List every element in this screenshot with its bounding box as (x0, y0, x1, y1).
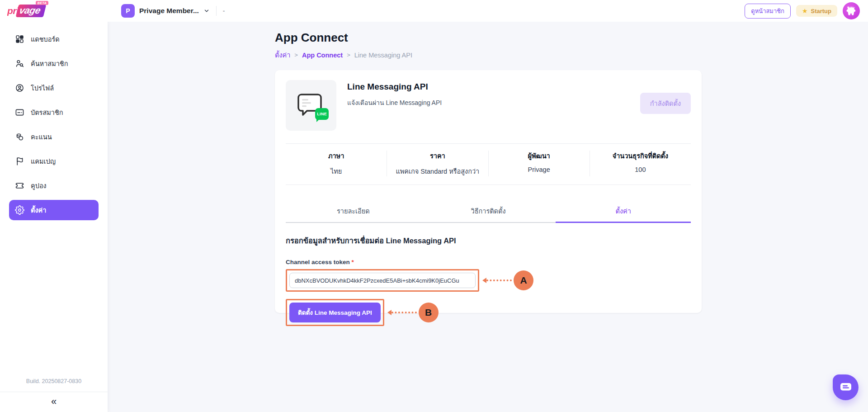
member-search-icon (15, 59, 24, 68)
workspace-selector[interactable]: P Privage Member... (121, 4, 210, 18)
app-tabs: รายละเอียด วิธีการติดตั้ง ตั้งค่า (286, 206, 691, 223)
annotation-marker-b: B (419, 303, 439, 322)
sidebar-item-label: โปรไฟล์ (31, 83, 54, 93)
sidebar-item-label: บัตรสมาชิก (31, 107, 63, 118)
chat-widget-button[interactable] (833, 374, 859, 400)
moose-icon (844, 4, 858, 18)
breadcrumb-separator: > (294, 52, 298, 58)
member-card-icon (15, 108, 24, 117)
meta-label: ผู้พัฒนา (489, 151, 590, 161)
sidebar-item-label: แดชบอร์ด (31, 34, 60, 44)
app-card-header: LINE Line Messaging API แจ้งเตือนผ่าน Li… (286, 80, 691, 131)
profile-icon (15, 83, 24, 93)
points-icon (15, 132, 24, 142)
app-description: แจ้งเตือนผ่าน Line Messaging API (347, 98, 442, 108)
installing-status-button: กำลังติดตั้ง (640, 93, 691, 114)
tab-details[interactable]: รายละเอียด (286, 206, 421, 223)
chevron-down-icon (203, 8, 210, 14)
sidebar-collapse-button[interactable]: « (0, 392, 108, 412)
sidebar-item-profile[interactable]: โปรไฟล์ (9, 78, 99, 98)
meta-value: แพคเกจ Standard หรือสูงกว่า (387, 166, 488, 176)
token-label-text: Channel access token (286, 259, 350, 265)
sidebar-item-points[interactable]: คะแนน (9, 127, 99, 147)
arrow-head-icon (387, 310, 392, 315)
channel-access-token-input[interactable] (289, 273, 476, 288)
token-field-label: Channel access token * (286, 259, 691, 265)
workspace-name: Privage Member... (139, 7, 199, 15)
sidebar-item-label: คะแนน (31, 132, 52, 142)
sidebar-item-dashboard[interactable]: แดชบอร์ด (9, 29, 99, 49)
sidebar-item-label: ค้นหาสมาชิก (31, 58, 68, 69)
breadcrumb-settings[interactable]: ตั้งค่า (275, 50, 290, 60)
app-root: pri vage BETA P Privage Member... - ดูหน… (0, 0, 868, 412)
main-content: App Connect ตั้งค่า > App Connect > Line… (275, 22, 702, 313)
app-meta-row: ภาษา ไทย ราคา แพคเกจ Standard หรือสูงกว่… (286, 143, 691, 185)
page-title: App Connect (275, 31, 702, 45)
privage-logo: pri vage BETA (7, 5, 45, 17)
annotation-box-a (286, 269, 479, 292)
beta-badge: BETA (36, 1, 49, 5)
gear-icon (15, 205, 24, 215)
form-section-title: กรอกข้อมูลสำหรับการเชื่อมต่อ Line Messag… (286, 235, 691, 246)
sidebar-item-settings[interactable]: ตั้งค่า (9, 200, 99, 220)
star-icon: ★ (802, 7, 808, 14)
app-name: Line Messaging API (347, 82, 442, 92)
tab-settings[interactable]: ตั้งค่า (556, 206, 691, 223)
annotation-arrow-a (482, 278, 512, 283)
breadcrumb-current: Line Messaging API (354, 52, 412, 59)
sidebar-item-label: แคมเปญ (31, 156, 56, 166)
header-divider (216, 6, 217, 16)
sidebar-footer: Build. 20250827-0830 « (0, 374, 108, 412)
required-asterisk: * (352, 259, 354, 265)
view-member-page-button[interactable]: ดูหน้าสมาชิก (745, 4, 791, 19)
meta-developer: ผู้พัฒนา Privage (488, 151, 590, 176)
header-right: ดูหน้าสมาชิก ★ Startup (745, 2, 868, 19)
arrow-dotted-line (486, 279, 512, 281)
campaign-flag-icon (15, 156, 24, 166)
meta-label: ภาษา (286, 151, 387, 161)
build-version: Build. 20250827-0830 (0, 374, 108, 392)
meta-label: จำนวนธุรกิจที่ติดตั้ง (590, 151, 691, 161)
line-logo-badge: LINE (315, 108, 329, 120)
sidebar-item-campaign[interactable]: แคมเปญ (9, 151, 99, 171)
annotation-arrow-b (387, 310, 417, 315)
annotation-box-b: ติดตั้ง Line Messaging API (286, 299, 384, 326)
app-head-info: Line Messaging API แจ้งเตือนผ่าน Line Me… (347, 80, 442, 131)
arrow-dotted-line (392, 312, 417, 313)
plan-badge-label: Startup (811, 8, 832, 14)
breadcrumb-separator: > (347, 52, 350, 58)
app-detail-card: LINE Line Messaging API แจ้งเตือนผ่าน Li… (275, 70, 702, 313)
tab-how-to-install[interactable]: วิธีการติดตั้ง (421, 206, 556, 223)
token-input-row: A (286, 269, 691, 292)
meta-value: Privage (489, 166, 590, 173)
dashboard-icon (15, 34, 24, 44)
workspace-subtitle: - (223, 7, 225, 14)
sidebar-item-label: ตั้งค่า (31, 205, 46, 215)
sidebar: แดชบอร์ด ค้นหาสมาชิก โปรไฟล์ บัตรสมาชิก … (0, 22, 108, 412)
meta-value: 100 (590, 166, 691, 173)
annotation-marker-a: A (514, 270, 533, 290)
arrow-head-icon (482, 278, 486, 283)
logo-text-post: vage (16, 5, 47, 17)
logo-text-pre: pri (7, 5, 19, 16)
top-header: pri vage BETA P Privage Member... - ดูหน… (0, 0, 868, 22)
meta-install-count: จำนวนธุรกิจที่ติดตั้ง 100 (590, 151, 691, 176)
breadcrumb: ตั้งค่า > App Connect > Line Messaging A… (275, 50, 702, 60)
meta-language: ภาษา ไทย (286, 151, 387, 176)
install-button-row: ติดตั้ง Line Messaging API B (286, 299, 691, 326)
sidebar-item-coupon[interactable]: คูปอง (9, 175, 99, 196)
workspace-avatar: P (121, 4, 135, 18)
plan-badge: ★ Startup (796, 5, 837, 17)
sidebar-item-member-search[interactable]: ค้นหาสมาชิก (9, 53, 99, 74)
sidebar-item-member-card[interactable]: บัตรสมาชิก (9, 102, 99, 123)
logo-wrap: pri vage BETA (0, 5, 108, 17)
meta-value: ไทย (286, 166, 387, 176)
chat-message-icon (840, 383, 852, 392)
meta-price: ราคา แพคเกจ Standard หรือสูงกว่า (387, 151, 488, 176)
sidebar-nav: แดชบอร์ด ค้นหาสมาชิก โปรไฟล์ บัตรสมาชิก … (0, 22, 108, 374)
install-line-messaging-api-button[interactable]: ติดตั้ง Line Messaging API (289, 303, 381, 322)
line-app-tile: LINE (286, 80, 336, 131)
user-avatar[interactable] (843, 2, 860, 19)
meta-label: ราคา (387, 151, 488, 161)
breadcrumb-app-connect[interactable]: App Connect (302, 52, 343, 59)
